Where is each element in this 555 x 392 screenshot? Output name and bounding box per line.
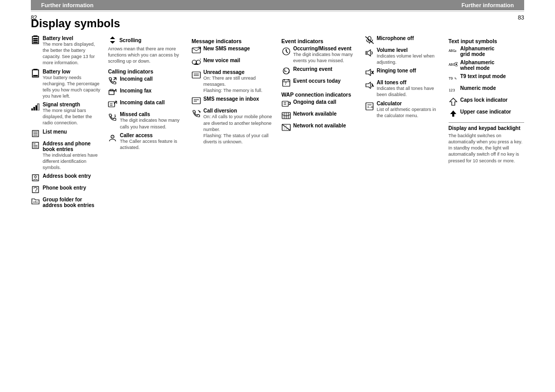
calculator-icon: +-×÷ xyxy=(365,102,374,111)
occurring-missed-row: 1 Occurring/Missed event The digit indic… xyxy=(282,46,358,64)
address-phone-desc: The individual entries have different id… xyxy=(43,152,100,171)
svg-text:⊞: ⊞ xyxy=(454,49,456,52)
network-available-label: Network available xyxy=(293,111,337,117)
all-tones-off-row: All tones off Indicates that all tones h… xyxy=(365,80,441,98)
column-2: Scrolling Arrows mean that there are mor… xyxy=(108,35,192,211)
svg-line-30 xyxy=(114,78,116,80)
microphone-off-icon xyxy=(365,35,374,45)
svg-text:1: 1 xyxy=(114,114,116,118)
column-3: Message indicators New SMS message xyxy=(192,35,282,211)
content-area: Battery level The more bars displayed, t… xyxy=(31,35,524,211)
svg-marker-89 xyxy=(366,69,371,76)
network-not-available-label: Network not available xyxy=(293,123,346,128)
group-folder-label: Group folder for address book entries xyxy=(43,197,100,208)
section-battery-low: Battery low Your battery needs rechargin… xyxy=(31,69,100,100)
section-phone-book-entry: Phone book entry xyxy=(31,185,100,194)
occurring-missed-icon: 1 xyxy=(282,47,291,56)
new-sms-label: New SMS message xyxy=(203,46,250,51)
group-folder-icon xyxy=(31,197,40,206)
svg-rect-7 xyxy=(33,75,38,77)
list-menu-label: List menu xyxy=(43,129,67,135)
missed-calls-label: Missed calls xyxy=(120,111,184,117)
occurring-missed-desc: The digit indicates how many events you … xyxy=(293,51,358,64)
occurring-missed-label: Occurring/Missed event xyxy=(293,46,358,51)
sms-inbox-row: SMS message in inbox xyxy=(192,96,274,105)
all-tones-off-icon xyxy=(365,81,374,90)
svg-rect-10 xyxy=(35,105,37,110)
alphanumeric-grid-label: Alphanumericgrid mode xyxy=(460,46,495,57)
section-group-folder: Group folder for address book entries xyxy=(31,197,100,208)
text-input-title: Text input symbols xyxy=(449,38,525,44)
alphanumeric-wheel-row: ABC Alphanumericwheel mode xyxy=(449,60,525,71)
event-today-label: Event occurs today xyxy=(293,78,341,84)
t9-text-icon: T9 ✎ xyxy=(449,73,458,83)
svg-text:ABC: ABC xyxy=(449,63,455,67)
phone-book-entry-label: Phone book entry xyxy=(43,185,86,191)
page-number-left: 82 xyxy=(31,14,37,21)
page-title: Display symbols xyxy=(31,17,524,30)
svg-rect-9 xyxy=(33,107,35,110)
calculator-row: +-×÷ Calculator List of arithmetic opera… xyxy=(365,101,441,119)
ongoing-data-icon xyxy=(282,99,291,108)
message-indicators-title: Message indicators xyxy=(192,38,274,44)
scrolling-label: Scrolling xyxy=(119,38,141,43)
call-diversion-desc: On: All calls to your mobile phone are d… xyxy=(203,114,274,145)
alphanumeric-wheel-label: Alphanumericwheel mode xyxy=(460,60,495,71)
section-signal-strength: Signal strength The more signal bars dis… xyxy=(31,102,100,126)
missed-calls-row: 1 Missed calls The digit indicates how m… xyxy=(108,111,184,129)
alphanumeric-wheel-icon: ABC xyxy=(449,60,458,69)
incoming-fax-label: Incoming fax xyxy=(120,88,152,94)
battery-level-desc: The more bars displayed, the better the … xyxy=(43,41,100,66)
volume-level-icon xyxy=(365,48,374,58)
section-battery-level: Battery level The more bars displayed, t… xyxy=(31,35,100,66)
missed-calls-desc: The digit indicates how many calls you h… xyxy=(120,117,184,129)
section-scrolling-header: Scrolling xyxy=(108,35,184,45)
svg-line-60 xyxy=(286,51,288,53)
svg-marker-86 xyxy=(366,50,371,56)
svg-text:✎: ✎ xyxy=(454,77,456,80)
unread-message-row: Unread message On: There are still unrea… xyxy=(192,69,274,94)
all-tones-off-label: All tones off xyxy=(377,80,441,85)
svg-rect-69 xyxy=(282,101,288,106)
volume-level-label: Volume level xyxy=(377,47,441,53)
ringing-tone-off-label: Ringing tone off xyxy=(377,68,416,73)
caller-access-icon: ? xyxy=(108,134,117,143)
t9-text-label: T9 text input mode xyxy=(460,73,506,79)
volume-level-desc: Indicates volume level when adjusting. xyxy=(377,53,441,65)
column-5: Microphone off Volume level Indicates vo… xyxy=(365,35,449,211)
volume-level-row: Volume level Indicates volume level when… xyxy=(365,47,441,65)
address-book-entry-icon xyxy=(31,173,40,182)
svg-rect-4 xyxy=(33,38,38,40)
section-list-menu: List menu xyxy=(31,129,100,138)
section-address-phone: Address and phone book entries The indiv… xyxy=(31,141,100,171)
volume-level-content: Volume level Indicates volume level when… xyxy=(377,47,441,65)
svg-point-49 xyxy=(196,60,200,64)
numeric-mode-label: Numeric mode xyxy=(460,85,496,91)
battery-low-content: Battery low Your battery needs rechargin… xyxy=(43,69,100,100)
incoming-call-row: Incoming call xyxy=(108,76,184,85)
network-not-available-row: Network not available xyxy=(282,123,358,132)
signal-strength-icon xyxy=(31,102,40,111)
svg-rect-2 xyxy=(33,42,38,43)
ringing-tone-off-row: Ringing tone off xyxy=(365,68,441,77)
battery-level-content: Battery level The more bars displayed, t… xyxy=(43,35,100,66)
calculator-desc: List of arithmetic operators in the calc… xyxy=(377,106,441,119)
unread-message-label: Unread message xyxy=(203,69,274,75)
svg-text:T9: T9 xyxy=(449,77,453,81)
display-backlight-rule xyxy=(449,122,525,123)
svg-rect-36 xyxy=(108,102,115,107)
network-available-row: Network available xyxy=(282,111,358,120)
battery-low-icon xyxy=(31,69,40,78)
header-right-title: Further information xyxy=(461,2,514,8)
incoming-fax-row: Incoming fax xyxy=(108,88,184,97)
caps-lock-label: Caps lock indicator xyxy=(460,97,508,103)
upper-case-row: Upper case indicator xyxy=(449,109,525,118)
upper-case-label: Upper case indicator xyxy=(460,109,511,115)
microphone-off-label: Microphone off xyxy=(377,35,414,41)
display-backlight-title: Display and keypad backlight xyxy=(449,125,525,131)
battery-level-label: Battery level xyxy=(43,35,100,41)
scrolling-desc: Arrows mean that there are more function… xyxy=(108,46,184,64)
microphone-off-row: Microphone off xyxy=(365,35,441,45)
address-phone-icon xyxy=(31,141,40,150)
svg-marker-106 xyxy=(450,110,456,117)
